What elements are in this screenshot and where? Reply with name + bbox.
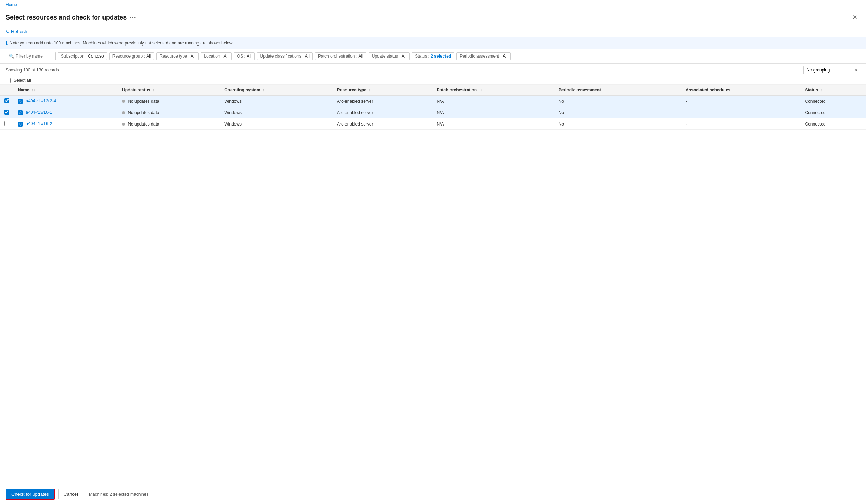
row2-os: Windows (224, 110, 242, 115)
record-count: Showing 100 of 130 records (6, 68, 59, 73)
row3-resource-type: Arc-enabled server (337, 122, 373, 127)
os-value: All (247, 54, 251, 59)
col-patch-orch-label: Patch orchestration (437, 87, 477, 92)
row3-schedules-cell: - (681, 118, 801, 130)
row1-status-cell: Connected (801, 96, 866, 107)
row1-resource-type: Arc-enabled server (337, 99, 373, 104)
row3-resource-type-cell: Arc-enabled server (333, 118, 432, 130)
row2-schedules: - (686, 110, 687, 115)
resource-group-filter[interactable]: Resource group : All (109, 52, 154, 60)
status-value: 2 selected (431, 54, 451, 59)
row1-periodic: No (559, 99, 564, 104)
row2-os-cell: Windows (220, 107, 333, 118)
dialog-header: Select resources and check for updates ·… (0, 9, 866, 26)
filters-row: 🔍 Subscription : Contoso Resource group … (0, 49, 866, 64)
row3-update-status-cell: No updates data (118, 118, 220, 130)
status-filter[interactable]: Status : 2 selected (412, 52, 454, 60)
search-input[interactable] (16, 54, 52, 59)
row2-patch-orch: N/A (437, 110, 444, 115)
row1-name-cell: ⬡ a404-r1w12r2-4 (14, 96, 118, 107)
row3-schedules: - (686, 122, 687, 127)
table-row: ⬡ a404-r1w16-2 No updates data Windows A… (0, 118, 866, 130)
search-filter[interactable]: 🔍 (6, 52, 56, 60)
col-periodic-assessment[interactable]: Periodic assessment ↑↓ (554, 85, 681, 96)
content-header: Showing 100 of 130 records No grouping (0, 64, 866, 76)
update-status-filter[interactable]: Update status : All (369, 52, 410, 60)
toolbar: ↻ Refresh (0, 26, 866, 37)
col-checkbox (0, 85, 14, 96)
row2-status: Connected (805, 110, 825, 115)
refresh-button[interactable]: ↻ Refresh (6, 29, 27, 34)
patch-orch-value: All (358, 54, 363, 59)
resource-group-label: Resource group : (112, 54, 146, 59)
machines-info: Machines: 2 selected machines (89, 492, 148, 497)
row2-status-cell: Connected (801, 107, 866, 118)
row1-patch-orch: N/A (437, 99, 444, 104)
dialog-container: Home Select resources and check for upda… (0, 0, 866, 504)
row2-periodic-cell: No (554, 107, 681, 118)
update-class-filter[interactable]: Update classifications : All (257, 52, 313, 60)
col-update-status-sort[interactable]: ↑↓ (153, 88, 156, 92)
col-assoc-schedules-label: Associated schedules (686, 87, 730, 92)
location-label: Location : (204, 54, 223, 59)
row1-os-cell: Windows (220, 96, 333, 107)
row1-os: Windows (224, 99, 242, 104)
os-filter[interactable]: OS : All (234, 52, 255, 60)
row1-checkbox[interactable] (4, 98, 9, 103)
row2-schedules-cell: - (681, 107, 801, 118)
close-button[interactable]: ✕ (849, 12, 860, 23)
location-filter[interactable]: Location : All (201, 52, 232, 60)
patch-orch-filter[interactable]: Patch orchestration : All (315, 52, 366, 60)
row3-status-cell: Connected (801, 118, 866, 130)
subscription-filter[interactable]: Subscription : Contoso (58, 52, 107, 60)
col-os-sort[interactable]: ↑↓ (263, 88, 266, 92)
col-associated-schedules: Associated schedules (681, 85, 801, 96)
row3-periodic-cell: No (554, 118, 681, 130)
col-resource-type[interactable]: Resource type ↑↓ (333, 85, 432, 96)
row3-checkbox[interactable] (4, 121, 9, 126)
table-row: ⬡ a404-r1w16-1 No updates data Windows A… (0, 107, 866, 118)
resource-type-label: Resource type : (159, 54, 190, 59)
col-periodic-sort[interactable]: ↑↓ (603, 88, 607, 92)
col-name[interactable]: Name ↑↓ (14, 85, 118, 96)
more-options-dots[interactable]: ··· (130, 14, 136, 21)
home-link[interactable]: Home (6, 2, 17, 7)
status-label: Status : (415, 54, 431, 59)
resource-type-filter[interactable]: Resource type : All (156, 52, 199, 60)
row2-name-cell: ⬡ a404-r1w16-1 (14, 107, 118, 118)
col-os[interactable]: Operating system ↑↓ (220, 85, 333, 96)
periodic-assessment-filter[interactable]: Periodic assessment : All (456, 52, 511, 60)
row2-name-link[interactable]: a404-r1w16-1 (26, 110, 52, 115)
table-container: Select all Name ↑↓ Update status ↑↓ Oper… (0, 76, 866, 307)
col-patch-orch-sort[interactable]: ↑↓ (479, 88, 483, 92)
table-body: ⬡ a404-r1w12r2-4 No updates data Windows… (0, 96, 866, 130)
col-status-label: Status (805, 87, 818, 92)
location-value: All (224, 54, 228, 59)
cancel-button[interactable]: Cancel (58, 489, 83, 499)
col-patch-orch[interactable]: Patch orchestration ↑↓ (432, 85, 554, 96)
row1-update-status-cell: No updates data (118, 96, 220, 107)
row3-checkbox-cell (0, 118, 14, 130)
col-name-sort[interactable]: ↑↓ (32, 88, 35, 92)
row1-patch-orch-cell: N/A (432, 96, 554, 107)
row3-name-link[interactable]: a404-r1w16-2 (26, 121, 52, 126)
col-status-sort[interactable]: ↑↓ (820, 88, 824, 92)
col-resource-type-sort[interactable]: ↑↓ (369, 88, 372, 92)
row2-checkbox[interactable] (4, 110, 9, 115)
info-bar: ℹ Note you can add upto 100 machines. Ma… (0, 37, 866, 49)
row1-name-link[interactable]: a404-r1w12r2-4 (26, 99, 56, 104)
content-spacer (0, 307, 866, 484)
col-status[interactable]: Status ↑↓ (801, 85, 866, 96)
check-for-updates-button[interactable]: Check for updates (6, 489, 55, 500)
row3-os: Windows (224, 122, 242, 127)
select-all-checkbox[interactable] (6, 78, 11, 83)
refresh-icon: ↻ (6, 29, 10, 34)
refresh-label: Refresh (11, 29, 27, 34)
grouping-select[interactable]: No grouping (803, 66, 860, 74)
periodic-assessment-value: All (503, 54, 507, 59)
col-update-status[interactable]: Update status ↑↓ (118, 85, 220, 96)
grouping-wrapper[interactable]: No grouping (803, 66, 860, 74)
subscription-filter-value: Contoso (88, 54, 104, 59)
row2-update-status: No updates data (128, 110, 159, 115)
select-all-row: Select all (0, 76, 866, 85)
